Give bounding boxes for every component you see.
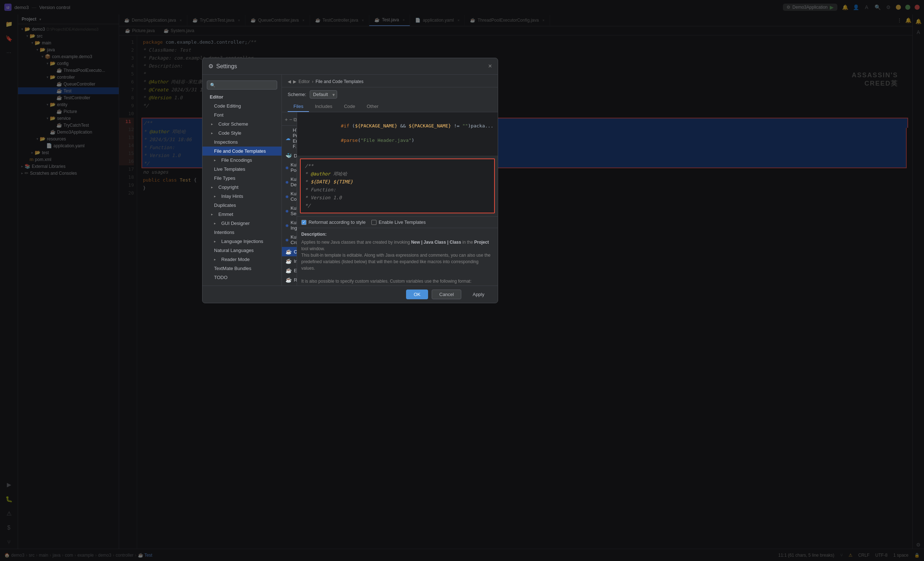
dialog-search[interactable]: 🔍	[207, 81, 277, 90]
nav-emmet[interactable]: ▸ Emmet	[202, 210, 282, 219]
nav-copyright[interactable]: ▸ Copyright	[202, 183, 282, 192]
dialog-header: ⚙ Settings ×	[202, 58, 498, 75]
template-item-k8s-ingress[interactable]: ⎈ Kubernetes Ingress	[282, 218, 297, 232]
template-item-k8s-deploy[interactable]: ⎈ Kubernetes Deployment	[282, 175, 297, 189]
template-item-class[interactable]: ☕ Class	[282, 247, 297, 256]
java-enum-icon: ☕	[285, 267, 292, 273]
dialog-search-input[interactable]	[218, 82, 274, 88]
scheme-select-wrap[interactable]: Default Project	[310, 90, 337, 99]
ok-button[interactable]: OK	[406, 290, 428, 299]
add-template-btn[interactable]: +	[285, 115, 288, 124]
nav-code-style[interactable]: ▸ Code Style	[202, 129, 282, 138]
nav-reader-mode[interactable]: ▸ Reader Mode	[202, 255, 282, 264]
cancel-button[interactable]: Cancel	[432, 290, 461, 299]
nav-inspections[interactable]: Inspections	[202, 138, 282, 147]
reformat-checkbox[interactable]	[302, 220, 306, 225]
nav-color-scheme[interactable]: ▸ Color Scheme	[202, 120, 282, 129]
nav-textmate[interactable]: TextMate Bundles	[202, 264, 282, 273]
k8s-icon-ingress: ⎈	[285, 222, 288, 228]
nav-code-editing[interactable]: Code Editing	[202, 102, 282, 111]
template-item-k8s-configmap[interactable]: ⎈ Kubernetes ConfigMap	[282, 189, 297, 204]
copy-template-btn[interactable]: ⧉	[294, 115, 297, 124]
dialog-right-panel: ◀ ▶ Editor › File and Code Templates Sch…	[282, 75, 498, 285]
template-list-panel: + − ⧉ ↺ ☁ HTTP Private Environment F... …	[282, 112, 297, 285]
live-templates-checkbox-wrap[interactable]: Enable Live Templates	[371, 219, 426, 225]
dialog-title: Settings	[216, 63, 237, 70]
template-item-interface[interactable]: ☕ Interface	[282, 256, 297, 266]
description-text: Applies to new Java classes that are cre…	[302, 239, 494, 285]
dialog-body: 🔍 Editor Code Editing Font ▸ Color Schem…	[202, 75, 498, 285]
dialog-breadcrumb: ◀ ▶ Editor › File and Code Templates	[288, 79, 492, 84]
template-item-enum[interactable]: ☕ Enum	[282, 266, 297, 275]
dialog-nav: 🔍 Editor Code Editing Font ▸ Color Schem…	[202, 75, 282, 285]
docker-icon: 🐳	[285, 153, 292, 159]
inner-tab-files[interactable]: Files	[288, 102, 309, 112]
nav-lang-injections[interactable]: ▸ Language Injections	[202, 237, 282, 246]
inner-tab-other[interactable]: Other	[361, 102, 384, 112]
apply-button[interactable]: Apply	[465, 290, 492, 299]
options-row: Reformat according to style Enable Live …	[297, 216, 498, 228]
dialog-right-header: ◀ ▶ Editor › File and Code Templates	[282, 75, 498, 87]
nav-font[interactable]: Font	[202, 111, 282, 120]
dialog-overlay: ⚙ Settings × 🔍 Editor Code Editing Font …	[0, 0, 924, 561]
dialog-close-button[interactable]: ×	[488, 63, 492, 70]
java-class-icon: ☕	[285, 249, 292, 255]
nav-todo[interactable]: TODO	[202, 273, 282, 282]
nav-intentions[interactable]: Intentions	[202, 228, 282, 237]
settings-icon-dialog: ⚙	[208, 63, 213, 70]
code-preview[interactable]: #if (${PACKAGE_NAME} && ${PACKAGE_NAME} …	[297, 112, 498, 156]
inner-tab-code[interactable]: Code	[338, 102, 361, 112]
settings-dialog: ⚙ Settings × 🔍 Editor Code Editing Font …	[202, 58, 498, 303]
k8s-icon-configmap: ⎈	[285, 194, 288, 199]
reformat-label: Reformat according to style	[309, 219, 366, 225]
template-item-k8s-cronjob[interactable]: ⎈ Kubernetes CronJob	[282, 232, 297, 247]
template-item-k8s-pod[interactable]: ⎈ Kubernetes Pod	[282, 160, 297, 175]
k8s-icon-cronjob: ⎈	[285, 237, 288, 243]
template-item-dockerfile[interactable]: 🐳 Dockerfile	[282, 151, 297, 160]
code-preview-panel: #if (${PACKAGE_NAME} && ${PACKAGE_NAME} …	[297, 112, 498, 285]
nav-duplicates[interactable]: Duplicates	[202, 201, 282, 210]
dialog-footer: OK Cancel Apply	[202, 285, 498, 303]
template-item-http[interactable]: ☁ HTTP Private Environment F...	[282, 126, 297, 151]
nav-gui-designer[interactable]: ▸ GUI Designer	[202, 219, 282, 228]
http-icon: ☁	[285, 135, 291, 141]
k8s-icon-pod: ⎈	[285, 165, 288, 170]
k8s-icon-deploy: ⎈	[285, 179, 288, 185]
nav-file-types[interactable]: File Types	[202, 174, 282, 183]
template-item-record[interactable]: ☕ Record	[282, 275, 297, 285]
nav-file-templates[interactable]: File and Code Templates	[202, 147, 282, 156]
code-preview-highlight: /** * @author 邓哈哈 * ${DATE} ${TIME} * Fu…	[300, 159, 495, 213]
java-record-icon: ☕	[285, 277, 292, 283]
scheme-row: Scheme: Default Project	[282, 87, 498, 102]
remove-template-btn[interactable]: −	[289, 115, 292, 124]
description-heading: Description:	[302, 231, 494, 237]
nav-editor[interactable]: Editor	[202, 92, 282, 102]
nav-file-encodings[interactable]: ▸ File Encodings	[202, 156, 282, 165]
description-area: Description: Applies to new Java classes…	[297, 228, 498, 285]
inner-tab-includes[interactable]: Includes	[309, 102, 338, 112]
java-interface-icon: ☕	[285, 258, 292, 264]
nav-inlay-hints[interactable]: ▸ Inlay Hints	[202, 192, 282, 201]
live-templates-label: Enable Live Templates	[379, 219, 426, 225]
k8s-icon-service: ⎈	[285, 208, 288, 214]
scheme-label: Scheme:	[288, 92, 306, 97]
scheme-select[interactable]: Default Project	[310, 90, 337, 99]
template-item-k8s-service[interactable]: ⎈ Kubernetes Service	[282, 204, 297, 218]
template-toolbar: + − ⧉ ↺	[282, 114, 297, 126]
nav-natural-lang[interactable]: Natural Languages	[202, 246, 282, 255]
nav-live-templates[interactable]: Live Templates	[202, 165, 282, 174]
live-templates-checkbox[interactable]	[371, 220, 376, 225]
inner-tabs-row: Files Includes Code Other	[282, 102, 498, 112]
search-icon-nav: 🔍	[210, 82, 216, 88]
template-area: + − ⧉ ↺ ☁ HTTP Private Environment F... …	[282, 112, 498, 285]
reformat-checkbox-wrap[interactable]: Reformat according to style	[302, 219, 366, 225]
